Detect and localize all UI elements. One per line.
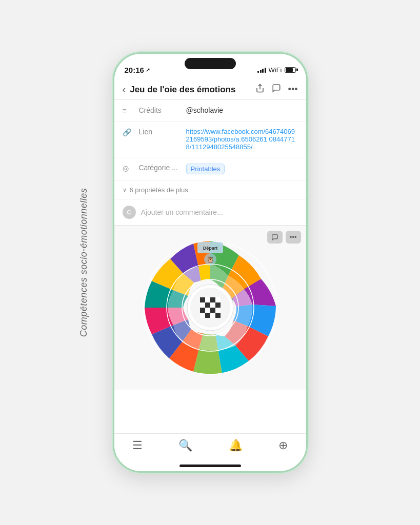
svg-text:Départ: Départ [203,246,217,251]
comment-input[interactable]: Ajouter un commentaire... [141,208,223,216]
tab-add[interactable]: ⊕ [278,439,288,452]
category-label: Catégorie ... [139,164,180,172]
battery-icon [285,67,296,73]
credits-label: Crédits [139,106,180,114]
svg-rect-10 [215,302,221,308]
svg-rect-6 [215,297,221,302]
tab-notifications[interactable]: 🔔 [229,439,243,452]
comment-button[interactable] [272,84,281,95]
properties-list: ≡ Crédits @scholavie 🔗 Lien https://www.… [114,100,306,181]
svg-rect-14 [215,308,221,313]
comment-area: C Ajouter un commentaire... [114,199,306,226]
category-icon: ◎ [123,164,133,172]
credits-icon: ≡ [123,107,133,115]
more-button[interactable]: ••• [288,84,298,95]
property-row-credits: ≡ Crédits @scholavie [114,100,306,122]
share-button[interactable] [255,84,265,95]
svg-rect-18 [215,313,221,318]
bell-icon: 🔔 [229,439,243,452]
add-icon: ⊕ [278,439,288,452]
more-properties-label: 6 propriétés de plus [130,186,188,194]
link-icon: 🔗 [123,128,133,136]
svg-rect-17 [210,313,215,318]
credits-value: @scholavie [186,106,298,114]
notch [185,58,236,69]
signal-icon [257,67,266,73]
property-row-categorie: ◎ Catégorie ... Printables [114,157,306,181]
location-arrow-icon: ↗ [146,67,150,73]
tab-search[interactable]: 🔍 [178,439,192,452]
svg-rect-9 [210,302,215,308]
image-toolbar: ••• [267,231,301,244]
status-time: 20:16 ↗ [125,66,150,74]
page-container: Compétences socio-émotionnelles 20:16 ↗ … [0,0,420,525]
image-comment-button[interactable] [267,231,283,244]
back-button[interactable]: ‹ [123,84,126,95]
status-bar: 20:16 ↗ WiFi [114,54,306,79]
category-badge[interactable]: Printables [186,164,225,174]
property-row-lien: 🔗 Lien https://www.facebook.com/64674069… [114,122,306,157]
avatar: C [123,206,136,219]
svg-rect-3 [200,297,205,302]
svg-rect-16 [205,313,210,318]
svg-rect-7 [200,302,205,308]
link-value[interactable]: https://www.facebook.com/646740692169593… [186,128,298,151]
image-more-button[interactable]: ••• [286,231,301,244]
svg-rect-13 [210,308,215,313]
page-title: Jeu de l'oie des émotions [130,85,255,95]
content-area[interactable]: ≡ Crédits @scholavie 🔗 Lien https://www.… [114,100,306,433]
nav-bar: ‹ Jeu de l'oie des émotions ••• [114,79,306,100]
link-label: Lien [139,128,180,136]
svg-rect-5 [210,297,215,302]
list-icon: ☰ [132,439,143,452]
svg-rect-15 [200,313,205,318]
nav-actions: ••• [255,84,298,95]
tab-list[interactable]: ☰ [132,439,143,452]
svg-rect-8 [205,302,210,308]
game-wheel: Départ 🦉 [138,236,282,379]
more-properties-toggle[interactable]: ∨ 6 propriétés de plus [114,181,306,199]
game-image-area: ••• [114,226,306,390]
more-chevron-icon: ∨ [123,187,127,193]
svg-rect-12 [205,308,210,313]
wifi-icon: WiFi [269,66,282,74]
tab-bar: ☰ 🔍 🔔 ⊕ [114,433,306,462]
home-indicator [179,465,241,467]
svg-rect-4 [205,297,210,302]
time-label: 20:16 [125,66,144,74]
svg-rect-11 [200,308,205,313]
phone-frame: 20:16 ↗ WiFi ‹ Jeu de l'oie des émoti [113,52,308,473]
svg-text:🦉: 🦉 [206,256,214,264]
status-icons: WiFi [257,66,296,74]
search-icon: 🔍 [178,439,192,452]
vertical-text: Compétences socio-émotionnelles [78,188,89,337]
wheel-svg: Départ 🦉 [138,236,282,379]
